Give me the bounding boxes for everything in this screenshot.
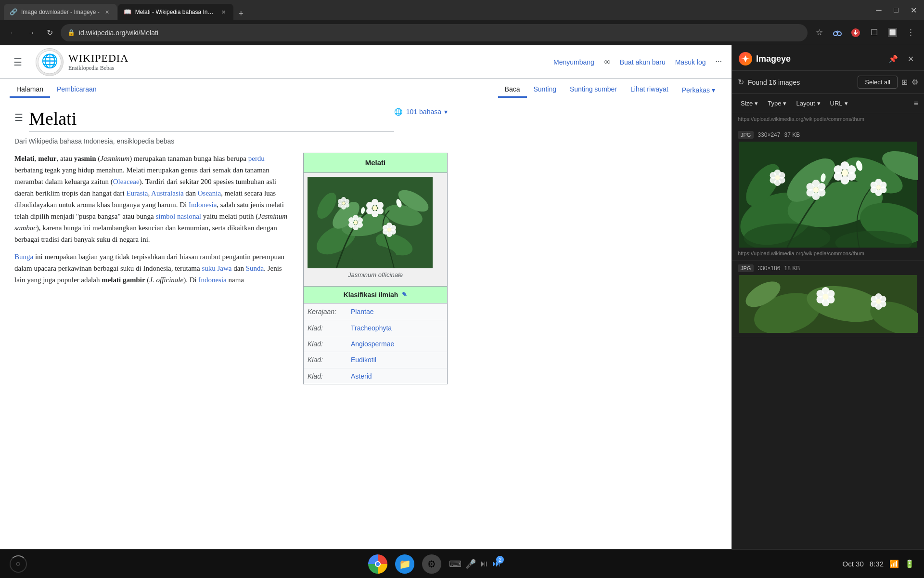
- wiki-tagline: Ensiklopedia Bebas: [68, 65, 128, 72]
- taskbar-date: Oct 30: [843, 560, 864, 568]
- skip-icon[interactable]: ⏭ 2: [492, 559, 501, 569]
- tab-wikipedia[interactable]: 📖 Melati - Wikipedia bahasa Indo... ✕: [118, 4, 233, 20]
- new-tab-button[interactable]: +: [234, 7, 248, 20]
- taskbar-right: Oct 30 8:32 📶 🔋: [843, 559, 914, 568]
- filter-size[interactable]: Size ▾: [738, 98, 761, 109]
- taskbar-time: 8:32: [870, 560, 884, 568]
- wikipedia-page: ☰ 🌐 WIKIPEDIA Ensiklopedia Bebas Menyum: [0, 45, 732, 549]
- tab-close-imageye[interactable]: ✕: [103, 8, 111, 16]
- hamburger-menu[interactable]: ☰: [10, 53, 26, 72]
- nav-tab-halaman[interactable]: Halaman: [10, 82, 50, 98]
- nav-action-lihat-riwayat[interactable]: Lihat riwayat: [624, 82, 675, 98]
- minimize-button[interactable]: ─: [872, 3, 886, 17]
- tab-imageye[interactable]: 🔗 Image downloader - Imageye - ✕: [4, 4, 117, 20]
- url-bar[interactable]: 🔒 id.wikipedia.org/wiki/Melati: [61, 24, 808, 41]
- menu-icon[interactable]: ⋮: [903, 25, 918, 40]
- svg-point-67: [813, 187, 819, 193]
- languages-arrow: ▾: [444, 108, 448, 116]
- pin-icon[interactable]: 📌: [886, 52, 900, 66]
- buat-akun-link[interactable]: Buat akun baru: [620, 58, 666, 66]
- link-indonesia-2[interactable]: Indonesia: [198, 276, 226, 284]
- row-value-klad3[interactable]: Eudikotil: [351, 355, 376, 365]
- edit-icon[interactable]: ✎: [402, 290, 407, 300]
- browser-frame: 🔗 Image downloader - Imageye - ✕ 📖 Melat…: [0, 0, 924, 578]
- link-australasia[interactable]: Australasia: [151, 189, 183, 197]
- link-oleaceae[interactable]: Oleaceae: [113, 178, 140, 185]
- infobox-row-klad3: Klad: Eudikotil: [304, 352, 447, 368]
- menyumbang-link[interactable]: Menyumbang: [553, 58, 594, 66]
- filter-layout[interactable]: Layout ▾: [793, 98, 823, 109]
- row-value-klad1[interactable]: Tracheophyta: [351, 323, 392, 333]
- image-item-2[interactable]: JPG 330×186 18 KB: [732, 261, 924, 337]
- select-all-button[interactable]: Select all: [858, 76, 898, 89]
- url-text: id.wikipedia.org/wiki/Melati: [79, 29, 801, 37]
- image-thumbnail-1[interactable]: [738, 142, 918, 248]
- image-thumbnail-2[interactable]: [738, 275, 918, 333]
- img-format-2: JPG: [738, 264, 754, 272]
- link-indonesia-1[interactable]: Indonesia: [189, 201, 217, 209]
- found-images-text: Found 16 images: [748, 79, 854, 86]
- img-dims-2: 330×186: [757, 265, 780, 272]
- link-eurasia[interactable]: Eurasia: [126, 189, 148, 197]
- wiki-article: ☰ Melati 🌐 101 bahasa ▾ Dari Wikipedia b…: [0, 98, 462, 402]
- filter-type[interactable]: Type ▾: [765, 98, 789, 109]
- taskbar-app-chrome[interactable]: [368, 554, 387, 574]
- nav-tab-pembicaraan[interactable]: Pembicaraan: [50, 82, 103, 98]
- binoculars-icon[interactable]: [830, 25, 845, 40]
- link-oseania[interactable]: Oseania: [198, 189, 221, 197]
- row-value-kerajaan[interactable]: Plantae: [351, 306, 373, 317]
- reader-mode-icon[interactable]: 🔲: [885, 25, 900, 40]
- row-label-klad4: Klad:: [308, 371, 351, 381]
- image-item-1[interactable]: JPG 330×247 37 KB: [732, 127, 924, 261]
- languages-button[interactable]: 101 bahasa ▾: [406, 108, 448, 116]
- svg-point-81: [775, 175, 780, 180]
- download-icon[interactable]: [848, 25, 863, 40]
- settings-icon[interactable]: ⚙: [911, 78, 918, 87]
- wiki-logo: 🌐: [36, 48, 64, 76]
- play-icon[interactable]: ⏯: [480, 559, 488, 569]
- taskbar-app-settings[interactable]: ⚙: [422, 554, 441, 574]
- close-panel-icon[interactable]: ✕: [904, 52, 917, 66]
- link-sunda[interactable]: Sunda: [246, 264, 264, 272]
- back-button[interactable]: ←: [6, 26, 20, 40]
- link-suku-jawa[interactable]: suku Jawa: [202, 264, 231, 272]
- row-value-klad4[interactable]: Asterid: [351, 371, 372, 381]
- nav-dropdown-perkakas[interactable]: Perkakas ▾: [675, 82, 722, 98]
- row-label-klad2: Klad:: [308, 339, 351, 349]
- link-simbol-nasional[interactable]: simbol nasional: [155, 212, 201, 220]
- link-bunga[interactable]: Bunga: [14, 253, 33, 261]
- svg-point-34: [387, 228, 391, 232]
- link-perdu[interactable]: perdu: [248, 155, 265, 162]
- expand-icon[interactable]: ⊞: [901, 78, 908, 87]
- masuk-log-link[interactable]: Masuk log: [675, 58, 706, 66]
- article-title-section: ☰ Melati 🌐 101 bahasa ▾: [14, 108, 448, 131]
- close-button[interactable]: ✕: [907, 3, 920, 17]
- bookmark-icon[interactable]: ☆: [811, 25, 827, 40]
- svg-point-74: [876, 185, 881, 190]
- keyboard-icon[interactable]: ⌨: [449, 559, 462, 569]
- url-partial-text: https://upload.wikimedia.org/wikipedia/c…: [732, 113, 924, 125]
- mic-icon[interactable]: 🎤: [465, 559, 476, 569]
- toc-icon[interactable]: ☰: [14, 112, 23, 123]
- filter-type-arrow: ▾: [783, 100, 786, 107]
- nav-action-sunting-sumber[interactable]: Sunting sumber: [563, 82, 624, 98]
- forward-button[interactable]: →: [24, 26, 38, 40]
- svg-point-20: [372, 206, 377, 210]
- filter-url[interactable]: URL ▾: [827, 98, 851, 109]
- svg-point-27: [354, 221, 358, 224]
- reload-button[interactable]: ↻: [42, 26, 57, 40]
- tab-bar: 🔗 Image downloader - Imageye - ✕ 📖 Melat…: [4, 0, 866, 20]
- tab-close-wikipedia[interactable]: ✕: [220, 8, 228, 16]
- sort-icon[interactable]: ≡: [914, 99, 918, 108]
- refresh-button[interactable]: ↻: [738, 78, 744, 87]
- maximize-button[interactable]: □: [889, 3, 903, 17]
- window-controls: ─ □ ✕: [872, 3, 920, 17]
- taskbar-app-files[interactable]: 📁: [395, 554, 414, 574]
- nav-action-baca[interactable]: Baca: [498, 82, 527, 98]
- row-value-klad2[interactable]: Angiospermae: [351, 339, 394, 349]
- clipboard-icon[interactable]: ☐: [866, 25, 882, 40]
- nav-action-sunting[interactable]: Sunting: [527, 82, 563, 98]
- languages-count: 101 bahasa: [406, 108, 441, 116]
- imageye-filters: Size ▾ Type ▾ Layout ▾ URL ▾ ≡: [732, 94, 924, 113]
- more-options-icon[interactable]: ···: [716, 57, 722, 67]
